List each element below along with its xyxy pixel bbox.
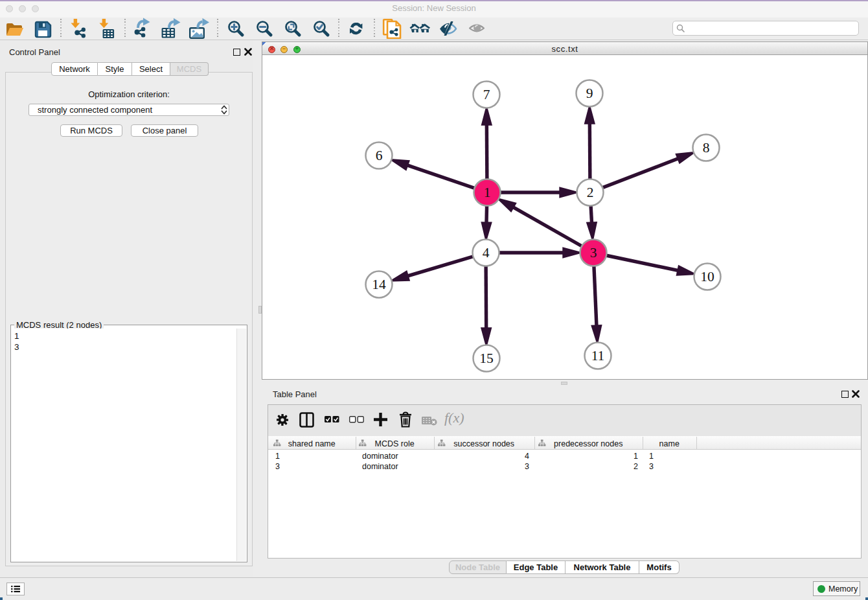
svg-text:8: 8 — [703, 140, 710, 156]
svg-text:14: 14 — [372, 277, 386, 292]
svg-text:4: 4 — [483, 245, 490, 260]
svg-text:11: 11 — [591, 348, 605, 363]
svg-text:6: 6 — [376, 148, 383, 163]
svg-text:9: 9 — [586, 86, 593, 101]
svg-text:15: 15 — [479, 351, 494, 366]
svg-text:10: 10 — [700, 269, 714, 284]
svg-text:3: 3 — [590, 245, 597, 260]
svg-text:1: 1 — [484, 185, 491, 200]
svg-text:2: 2 — [587, 185, 594, 200]
svg-text:7: 7 — [483, 87, 490, 102]
